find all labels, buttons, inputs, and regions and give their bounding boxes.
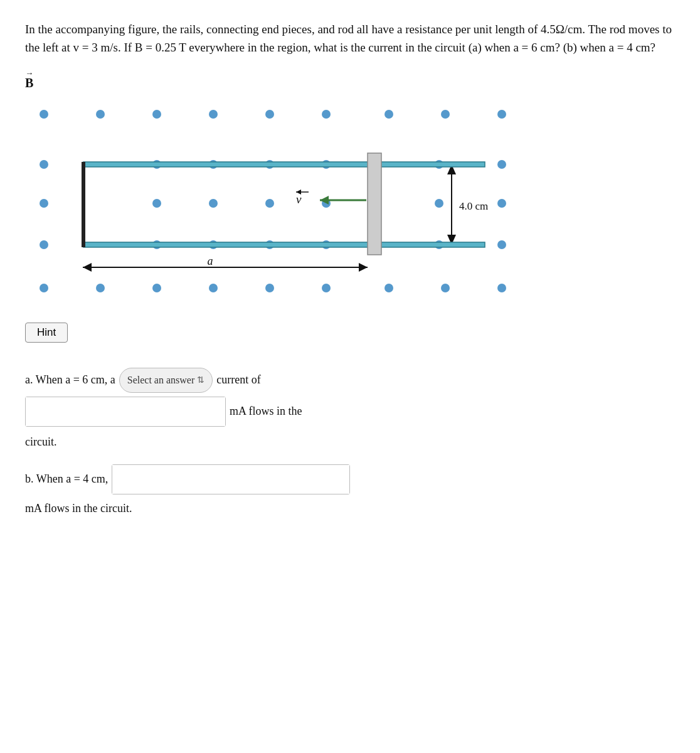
svg-rect-43 [83, 162, 485, 167]
chevron-icon: ⇅ [197, 371, 204, 389]
hint-button[interactable]: Hint [25, 323, 68, 343]
svg-point-35 [96, 284, 105, 292]
b-vector-label: → B [25, 68, 675, 90]
part-a-suffix: current of [216, 368, 260, 391]
svg-point-8 [497, 110, 506, 119]
svg-point-18 [152, 199, 161, 208]
svg-point-19 [209, 199, 218, 208]
svg-rect-46 [368, 153, 381, 255]
svg-point-42 [497, 284, 506, 292]
answer-section: a. When a = 6 cm, a Select an answer ⇅ c… [25, 368, 675, 520]
svg-point-37 [209, 284, 218, 292]
part-a-input[interactable] [25, 397, 226, 427]
svg-rect-44 [83, 242, 485, 247]
svg-point-40 [384, 284, 393, 292]
svg-point-20 [265, 199, 274, 208]
part-b-text-input[interactable] [112, 465, 349, 494]
part-a-text-input[interactable] [26, 397, 225, 426]
svg-point-15 [497, 160, 506, 169]
dot-grid-svg: 4.0 cm v [25, 97, 565, 304]
part-b-label: b. When a = 4 cm, [25, 467, 108, 490]
physics-diagram: 4.0 cm v [25, 97, 565, 304]
svg-text:a: a [208, 255, 213, 267]
svg-point-6 [384, 110, 393, 119]
svg-point-41 [441, 284, 450, 292]
part-a-label: a. When a = 6 cm, a [25, 368, 115, 391]
svg-text:v: v [296, 193, 302, 206]
part-b-row: b. When a = 4 cm, [25, 464, 675, 494]
part-b-input[interactable] [112, 464, 350, 494]
part-b-suffix: mA flows in the circuit. [25, 497, 675, 520]
svg-point-0 [40, 110, 48, 119]
svg-point-27 [40, 240, 48, 249]
svg-marker-54 [359, 263, 368, 272]
select-answer-dropdown[interactable]: Select an answer ⇅ [119, 368, 213, 393]
svg-point-36 [152, 284, 161, 292]
svg-point-17 [40, 199, 48, 208]
svg-point-4 [265, 110, 274, 119]
svg-rect-45 [82, 162, 85, 247]
svg-point-9 [40, 160, 48, 169]
svg-marker-53 [83, 263, 92, 272]
svg-point-5 [322, 110, 331, 119]
part-a-row2: mA flows in the [25, 397, 675, 427]
svg-point-33 [497, 240, 506, 249]
svg-point-34 [40, 284, 48, 292]
svg-text:4.0 cm: 4.0 cm [459, 200, 488, 212]
part-a-unit: mA flows in the [230, 400, 302, 422]
svg-point-2 [152, 110, 161, 119]
part-a-row1: a. When a = 6 cm, a Select an answer ⇅ c… [25, 368, 675, 393]
svg-point-7 [441, 110, 450, 119]
part-b-container: b. When a = 4 cm, mA flows in the circui… [25, 464, 675, 520]
part-a-container: a. When a = 6 cm, a Select an answer ⇅ c… [25, 368, 675, 453]
svg-point-38 [265, 284, 274, 292]
select-answer-label: Select an answer [127, 370, 195, 390]
svg-point-23 [497, 199, 506, 208]
svg-point-1 [96, 110, 105, 119]
svg-point-3 [209, 110, 218, 119]
part-a-ending: circuit. [25, 430, 675, 453]
svg-point-22 [435, 199, 443, 208]
question-text: In the accompanying figure, the rails, c… [25, 20, 675, 57]
svg-point-39 [322, 284, 331, 292]
